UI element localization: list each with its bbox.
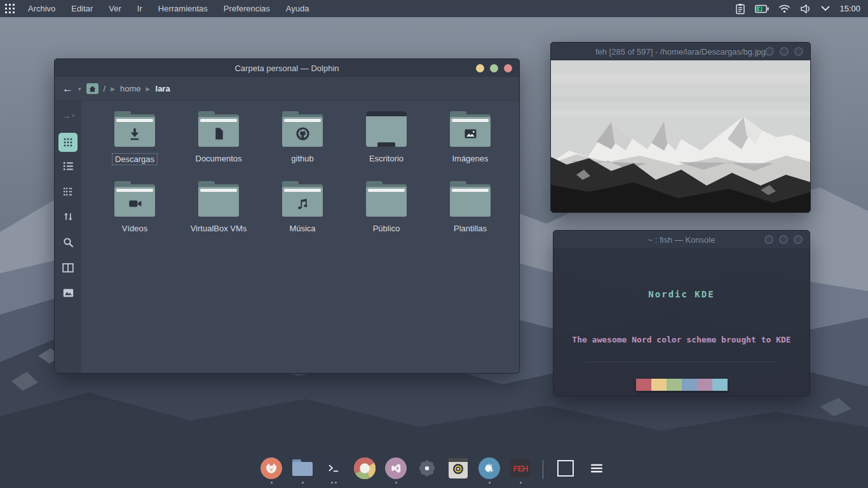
divider [587,362,777,362]
konsole-titlebar[interactable]: ~ : fish — Konsole [553,231,810,248]
clipboard-icon[interactable] [735,3,745,15]
dock-item-firefox[interactable] [260,458,283,484]
top-panel: Archivo Editar Ver Ir Herramientas Prefe… [0,0,868,17]
forward-button[interactable]: → ▾ [58,106,78,125]
menu-herramientas[interactable]: Herramientas [158,4,208,13]
dock-item-menu[interactable] [585,458,608,484]
menu-preferencias[interactable]: Preferencias [224,4,270,13]
palette-swatch-green [667,379,682,391]
folder-icon [292,458,313,479]
speaker-icon [447,458,469,479]
document-icon [211,126,227,142]
menu-editar[interactable]: Editar [71,4,93,13]
breadcrumb-home[interactable]: home [120,84,141,93]
split-view-button[interactable] [58,258,78,277]
folder-icon-github [282,111,323,147]
palette-swatch-cyan [712,379,728,391]
wifi-icon[interactable] [778,4,790,13]
dock-item-media-player[interactable] [447,458,470,484]
maximize-button[interactable] [490,64,498,72]
dock-item-vscode[interactable] [384,458,407,484]
folder-label: Plantillas [451,223,489,234]
konsole-window-buttons [764,231,803,248]
firefox-icon [261,458,282,479]
mountain-photo [551,60,811,213]
color-palette [636,379,728,391]
dock-item-night-app[interactable] [478,458,501,484]
terminal-icon [323,458,344,479]
dolphin-toolbar: ← ▾ / ▶ home ▶ lara [55,77,519,101]
close-button[interactable] [794,235,803,244]
icons-view-button[interactable] [58,133,78,152]
dock-item-feh[interactable]: FEH [509,458,532,484]
hamburger-icon [586,458,607,479]
desktop: Archivo Editar Ver Ir Herramientas Prefe… [0,0,868,488]
dolphin-window-buttons [476,59,512,77]
menu-ayuda[interactable]: Ayuda [286,4,309,13]
feh-window-buttons [765,43,803,60]
folder-item-escritorio[interactable]: Escritorio [344,107,428,177]
desktop-icon [366,111,407,147]
split-view-icon [62,263,74,273]
dolphin-sidebar: → ▾ [55,101,81,374]
minimize-button[interactable] [476,64,484,72]
minimize-button[interactable] [765,47,774,56]
folder-item-github[interactable]: github [261,107,344,177]
feh-titlebar[interactable]: feh [285 of 597] - /home/lara/Descargas/… [551,43,810,60]
terminal-subtitle: The awesome Nord color scheme brought to… [553,335,810,344]
folder-item-virtualbox[interactable]: VirtualBox VMs [177,177,261,247]
folder-label: Música [287,223,318,234]
folder-grid: Descargas Documentos [93,107,519,247]
folder-item-publico[interactable]: Público [344,177,428,247]
terminal-output[interactable]: Nordic KDE The awesome Nord color scheme… [553,248,810,396]
breadcrumb-root[interactable]: / [104,84,106,93]
maximize-button[interactable] [780,47,789,56]
chevron-down-icon[interactable] [821,6,830,11]
details-view-button[interactable] [58,156,78,175]
compact-view-button[interactable] [58,182,78,201]
vscode-icon [385,458,407,479]
preview-button[interactable] [58,283,78,302]
clock[interactable]: 15:00 [839,4,860,13]
dolphin-titlebar[interactable]: Carpeta personal — Dolphin [55,59,519,77]
folder-item-videos[interactable]: Vídeos [93,177,177,247]
sort-button[interactable] [58,207,78,226]
dock-item-terminal[interactable] [322,458,345,484]
app-launcher-button[interactable] [0,0,19,17]
dock-item-system-settings[interactable] [416,458,438,484]
close-button[interactable] [504,64,512,72]
preview-image-icon [63,288,74,297]
back-history-caret[interactable]: ▾ [78,86,81,92]
folder-item-documentos[interactable]: Documentos [177,107,261,177]
breadcrumb-home-icon[interactable] [86,83,98,94]
folder-icon-video [114,181,155,217]
music-note-icon [294,196,311,212]
maximize-button[interactable] [779,235,788,244]
chromium-icon [354,458,376,479]
folder-item-imagenes[interactable]: Imágenes [428,107,512,177]
show-desktop-icon [555,458,576,479]
search-button[interactable] [58,233,78,252]
breadcrumb-lara[interactable]: lara [156,84,170,93]
menu-archivo[interactable]: Archivo [28,4,55,13]
dolphin-title: Carpeta personal — Dolphin [55,64,519,73]
menu-ir[interactable]: Ir [137,4,142,13]
dolphin-file-view: Descargas Documentos [81,101,519,374]
volume-icon[interactable] [800,4,811,14]
dock-item-chromium[interactable] [353,458,376,484]
folder-item-descargas[interactable]: Descargas [93,107,177,177]
folder-item-plantillas[interactable]: Plantillas [428,177,512,247]
feh-window: feh [285 of 597] - /home/lara/Descargas/… [550,42,811,213]
folder-label: Vídeos [119,223,150,234]
back-button[interactable]: ← [62,83,73,94]
minimize-button[interactable] [764,235,773,244]
terminal-heading: Nordic KDE [553,289,810,299]
close-button[interactable] [794,47,803,56]
dock-item-file-manager[interactable] [291,458,314,484]
battery-icon[interactable] [755,4,769,13]
konsole-window: ~ : fish — Konsole Nordic KDE The awesom… [553,230,810,396]
folder-item-musica[interactable]: Música [261,177,344,247]
dock-item-show-desktop[interactable] [554,458,577,484]
menu-ver[interactable]: Ver [109,4,121,13]
dolphin-window: Carpeta personal — Dolphin ← ▾ / ▶ home … [54,58,520,374]
